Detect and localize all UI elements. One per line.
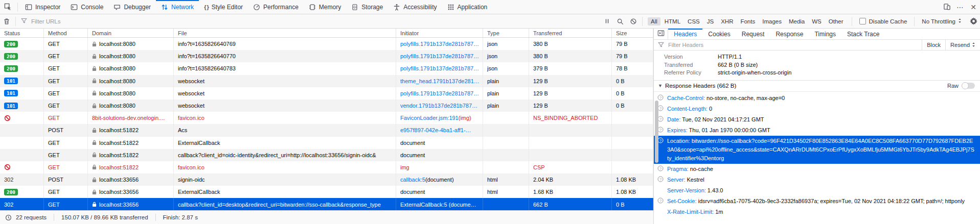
disable-cache-checkbox[interactable]: Disable Cache [854, 18, 913, 24]
column-header-file[interactable]: File [174, 29, 396, 37]
request-summary: VersionHTTP/1.1Transferred662 B (0 B siz… [654, 51, 980, 79]
response-header-row[interactable]: Server-Version: 1.43.0 [654, 185, 980, 196]
filter-type-css[interactable]: CSS [685, 17, 703, 26]
column-header-method[interactable]: Method [44, 29, 88, 37]
filter-headers-input[interactable] [667, 41, 922, 48]
response-header-row[interactable]: ?Expires: Thu, 01 Jan 1970 00:00:00 GMT [654, 125, 980, 136]
pick-element-button[interactable] [0, 0, 15, 14]
size-cell: 1.08 KB [612, 173, 653, 186]
clear-requests-button[interactable] [0, 14, 13, 28]
initiator-link[interactable]: e957f897-042e-4ba1-aff1-… [400, 127, 471, 133]
column-header-initiator[interactable]: Initiator [396, 29, 483, 37]
block-requests-button[interactable] [627, 14, 640, 28]
request-row[interactable]: GETlocalhost:51822callback?client_id=oid… [0, 149, 653, 161]
method-cell: GET [44, 149, 88, 161]
request-row[interactable]: 200GETlocalhost:8080info?t=1635826640770… [0, 50, 653, 62]
request-row[interactable]: 101GETlocalhost:8080websocketpolyfills.1… [0, 87, 653, 99]
help-icon[interactable]: ? [657, 165, 664, 171]
response-header-row[interactable]: ?Cache-Control: no-store, no-cache, max-… [654, 93, 980, 104]
resend-button[interactable]: Resend [945, 40, 980, 50]
tab-performance[interactable]: Performance [248, 0, 304, 14]
request-row[interactable]: 302GETlocalhost:33656callback?client_id=… [0, 198, 653, 210]
request-row[interactable]: GET8bit-solutions-dev.onelogin....favico… [0, 112, 653, 124]
request-row[interactable]: 302POSTlocalhost:33656signin-oidccallbac… [0, 173, 653, 186]
filter-urls-box [18, 17, 600, 26]
initiator-link[interactable]: polyfills.1791b137de281b787… [400, 53, 479, 59]
request-row[interactable]: GETlocalhost:51822favicon.icoimgCSP [0, 161, 653, 173]
responsive-mode-icon [943, 3, 951, 11]
filter-type-fonts[interactable]: Fonts [737, 17, 758, 26]
panel-scrollbar-thumb[interactable] [655, 101, 658, 163]
tab-inspector[interactable]: Inspector [20, 0, 65, 14]
column-header-domain[interactable]: Domain [88, 29, 174, 37]
domain-cell: localhost:33656 [88, 173, 174, 186]
initiator-link[interactable]: theme_head.1791b137de281… [400, 78, 480, 84]
block-url-button[interactable]: Block [922, 40, 945, 50]
detail-tab-response[interactable]: Response [770, 29, 809, 39]
tab-storage[interactable]: Storage [346, 0, 388, 14]
search-button[interactable] [613, 14, 627, 28]
type-cell: json [483, 50, 529, 62]
request-row[interactable]: 101GETlocalhost:8080websockettheme_head.… [0, 75, 653, 87]
request-row[interactable]: 101GETlocalhost:8080websocketvendor.1791… [0, 99, 653, 112]
meatball-menu-button[interactable]: ⋯ [953, 0, 967, 14]
response-header-row[interactable]: ?Server: Kestrel [654, 175, 980, 185]
detail-tab-headers[interactable]: Headers [668, 29, 702, 39]
filter-type-other[interactable]: Other [826, 17, 847, 26]
raw-toggle[interactable] [962, 83, 975, 89]
column-header-type[interactable]: Type [483, 29, 529, 37]
tab-debugger[interactable]: Debugger [108, 0, 156, 14]
detail-tab-stack-trace[interactable]: Stack Trace [841, 29, 885, 39]
filter-type-xhr[interactable]: XHR [718, 17, 736, 26]
tab-network[interactable]: Network [156, 0, 199, 14]
help-icon[interactable]: ? [657, 176, 664, 182]
detail-tab-timings[interactable]: Timings [809, 29, 841, 39]
column-header-size[interactable]: Size [612, 29, 653, 37]
initiator-link[interactable]: vendor.1791b137de281b787… [400, 103, 477, 109]
response-header-row[interactable]: ?Set-Cookie: idsrv=adf6cba1-7075-402b-9e… [654, 196, 980, 207]
filter-type-all[interactable]: All [648, 17, 660, 26]
tab-application[interactable]: Application [442, 0, 493, 14]
request-row[interactable]: GETlocalhost:51822ExternalCallbackdocume… [0, 137, 653, 149]
request-row[interactable]: 200GETlocalhost:8080info?t=1635826640783… [0, 62, 653, 74]
response-header-row[interactable]: ?Location: bitwarden://sso-callback?code… [654, 136, 980, 164]
network-settings-button[interactable] [967, 14, 980, 28]
domain-cell: localhost:51822 [88, 137, 174, 149]
response-headers-section-header[interactable]: ▼ Response Headers (662 B) Raw [654, 80, 980, 92]
throttling-select[interactable]: No Throttling [917, 18, 967, 24]
filter-type-html[interactable]: HTML [662, 17, 683, 26]
tab-console[interactable]: Console [65, 0, 108, 14]
filter-type-ws[interactable]: WS [809, 17, 825, 26]
filter-type-js[interactable]: JS [704, 17, 717, 26]
pause-recording-button[interactable] [600, 14, 613, 28]
type-cell: plain [483, 75, 529, 87]
initiator-link[interactable]: polyfills.1791b137de281b787… [400, 65, 479, 71]
request-row[interactable]: 200GETlocalhost:33656ExternalCallbackdoc… [0, 186, 653, 198]
filter-type-images[interactable]: Images [759, 17, 785, 26]
initiator-link[interactable]: polyfills.1791b137de281b787… [400, 41, 479, 47]
initiator-link[interactable]: polyfills.1791b137de281b787… [400, 90, 479, 96]
response-header-row[interactable]: ?Content-Length: 0 [654, 104, 980, 114]
tab-style-editor[interactable]: { }Style Editor [199, 0, 248, 14]
detail-tab-request[interactable]: Request [736, 29, 770, 39]
response-header-row[interactable]: ?Date: Tue, 02 Nov 2021 04:17:21 GMT [654, 114, 980, 125]
request-row[interactable]: POSTlocalhost:51822Acse957f897-042e-4ba1… [0, 124, 653, 136]
help-icon[interactable]: ? [657, 94, 664, 101]
column-header-status[interactable]: Status [0, 29, 44, 37]
response-header-row[interactable]: ?Pragma: no-cache [654, 164, 980, 175]
initiator-link[interactable]: FaviconLoader.jsm:191 [400, 115, 459, 121]
close-devtools-button[interactable]: ✕ [967, 0, 980, 14]
detail-tab-cookies[interactable]: Cookies [702, 29, 736, 39]
column-header-transferred[interactable]: Transferred [529, 29, 612, 37]
filter-urls-input[interactable] [30, 18, 186, 25]
help-icon[interactable]: ? [657, 197, 664, 204]
filter-type-media[interactable]: Media [786, 17, 808, 26]
split-console-toggle-button[interactable] [654, 29, 668, 39]
responsive-mode-button[interactable] [940, 0, 953, 14]
header-value: no-store, no-cache, max-age=0 [705, 95, 785, 101]
response-header-row[interactable]: X-Rate-Limit-Limit: 1m [654, 207, 980, 217]
tab-accessibility[interactable]: Accessibility [388, 0, 442, 14]
tab-memory[interactable]: Memory [304, 0, 346, 14]
request-row[interactable]: 200GETlocalhost:8080info?t=1635826640769… [0, 38, 653, 50]
initiator-link[interactable]: callback:5 [400, 177, 425, 183]
